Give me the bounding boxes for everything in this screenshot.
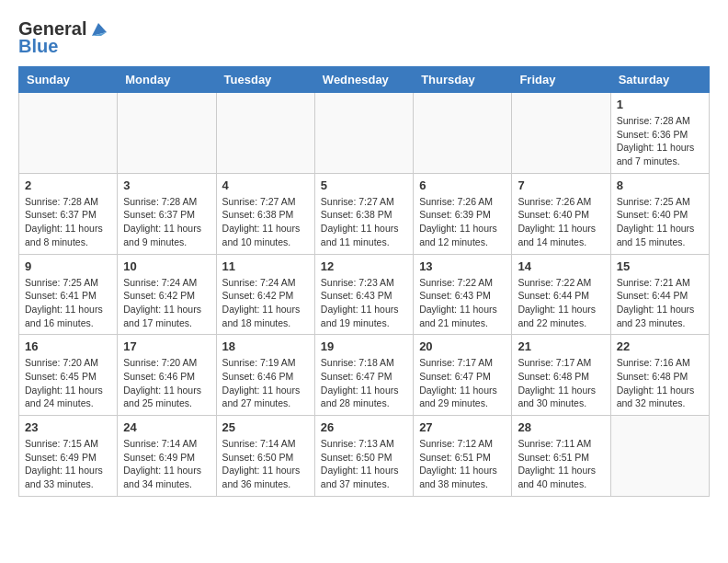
logo-blue: Blue: [18, 36, 58, 57]
calendar-day-header: Friday: [512, 67, 610, 93]
calendar-cell: 25Sunrise: 7:14 AMSunset: 6:50 PMDayligh…: [216, 416, 314, 497]
day-info: Sunrise: 7:22 AMSunset: 6:43 PMDaylight:…: [419, 276, 506, 330]
day-number: 27: [419, 420, 506, 434]
day-info: Sunrise: 7:27 AMSunset: 6:38 PMDaylight:…: [321, 195, 407, 249]
day-info: Sunrise: 7:26 AMSunset: 6:39 PMDaylight:…: [419, 195, 506, 249]
day-info: Sunrise: 7:14 AMSunset: 6:49 PMDaylight:…: [123, 437, 210, 491]
calendar-cell: 21Sunrise: 7:17 AMSunset: 6:48 PMDayligh…: [512, 335, 610, 416]
calendar-cell: 12Sunrise: 7:23 AMSunset: 6:43 PMDayligh…: [314, 254, 413, 335]
day-number: 11: [222, 259, 309, 273]
day-number: 7: [518, 178, 604, 192]
day-number: 2: [25, 178, 111, 192]
day-info: Sunrise: 7:22 AMSunset: 6:44 PMDaylight:…: [518, 276, 604, 330]
calendar-cell: 19Sunrise: 7:18 AMSunset: 6:47 PMDayligh…: [314, 335, 413, 416]
day-info: Sunrise: 7:26 AMSunset: 6:40 PMDaylight:…: [518, 195, 604, 249]
day-number: 18: [222, 339, 309, 353]
calendar-cell: 7Sunrise: 7:26 AMSunset: 6:40 PMDaylight…: [512, 173, 610, 254]
calendar-header-row: SundayMondayTuesdayWednesdayThursdayFrid…: [19, 67, 710, 93]
day-info: Sunrise: 7:19 AMSunset: 6:46 PMDaylight:…: [222, 356, 309, 410]
day-info: Sunrise: 7:28 AMSunset: 6:36 PMDaylight:…: [617, 114, 703, 168]
day-number: 23: [25, 420, 111, 434]
day-number: 3: [123, 178, 210, 192]
calendar-day-header: Thursday: [414, 67, 512, 93]
calendar-cell: 17Sunrise: 7:20 AMSunset: 6:46 PMDayligh…: [118, 335, 216, 416]
day-number: 22: [617, 339, 703, 353]
day-number: 14: [518, 259, 604, 273]
calendar-cell: 8Sunrise: 7:25 AMSunset: 6:40 PMDaylight…: [610, 173, 709, 254]
day-number: 19: [321, 339, 407, 353]
calendar-day-header: Sunday: [19, 67, 118, 93]
day-info: Sunrise: 7:13 AMSunset: 6:50 PMDaylight:…: [321, 437, 407, 491]
calendar-day-header: Saturday: [610, 67, 709, 93]
day-info: Sunrise: 7:17 AMSunset: 6:47 PMDaylight:…: [419, 356, 506, 410]
calendar-week-row: 1Sunrise: 7:28 AMSunset: 6:36 PMDaylight…: [19, 93, 710, 174]
day-info: Sunrise: 7:17 AMSunset: 6:48 PMDaylight:…: [518, 356, 604, 410]
day-number: 15: [617, 259, 703, 273]
logo: General Blue: [18, 18, 108, 57]
day-number: 8: [617, 178, 703, 192]
calendar-cell: 15Sunrise: 7:21 AMSunset: 6:44 PMDayligh…: [610, 254, 709, 335]
calendar-cell: 3Sunrise: 7:28 AMSunset: 6:37 PMDaylight…: [118, 173, 216, 254]
calendar-cell: 6Sunrise: 7:26 AMSunset: 6:39 PMDaylight…: [414, 173, 512, 254]
calendar-cell: 11Sunrise: 7:24 AMSunset: 6:42 PMDayligh…: [216, 254, 314, 335]
day-number: 26: [321, 420, 407, 434]
day-info: Sunrise: 7:14 AMSunset: 6:50 PMDaylight:…: [222, 437, 309, 491]
day-info: Sunrise: 7:20 AMSunset: 6:45 PMDaylight:…: [25, 356, 111, 410]
calendar-cell: 23Sunrise: 7:15 AMSunset: 6:49 PMDayligh…: [19, 416, 118, 497]
day-number: 21: [518, 339, 604, 353]
calendar-week-row: 16Sunrise: 7:20 AMSunset: 6:45 PMDayligh…: [19, 335, 710, 416]
calendar-cell: [118, 93, 216, 174]
day-info: Sunrise: 7:21 AMSunset: 6:44 PMDaylight:…: [617, 276, 703, 330]
calendar-cell: 10Sunrise: 7:24 AMSunset: 6:42 PMDayligh…: [118, 254, 216, 335]
calendar-week-row: 9Sunrise: 7:25 AMSunset: 6:41 PMDaylight…: [19, 254, 710, 335]
day-info: Sunrise: 7:20 AMSunset: 6:46 PMDaylight:…: [123, 356, 210, 410]
calendar-cell: 16Sunrise: 7:20 AMSunset: 6:45 PMDayligh…: [19, 335, 118, 416]
day-number: 20: [419, 339, 506, 353]
page-header: General Blue: [18, 18, 710, 57]
day-info: Sunrise: 7:11 AMSunset: 6:51 PMDaylight:…: [518, 437, 604, 491]
calendar-cell: 24Sunrise: 7:14 AMSunset: 6:49 PMDayligh…: [118, 416, 216, 497]
calendar-cell: [610, 416, 709, 497]
day-info: Sunrise: 7:24 AMSunset: 6:42 PMDaylight:…: [222, 276, 309, 330]
day-number: 4: [222, 178, 309, 192]
calendar-day-header: Tuesday: [216, 67, 314, 93]
calendar-cell: 13Sunrise: 7:22 AMSunset: 6:43 PMDayligh…: [414, 254, 512, 335]
day-number: 6: [419, 178, 506, 192]
calendar-cell: 26Sunrise: 7:13 AMSunset: 6:50 PMDayligh…: [314, 416, 413, 497]
calendar-cell: 1Sunrise: 7:28 AMSunset: 6:36 PMDaylight…: [610, 93, 709, 174]
calendar-week-row: 23Sunrise: 7:15 AMSunset: 6:49 PMDayligh…: [19, 416, 710, 497]
calendar-cell: 2Sunrise: 7:28 AMSunset: 6:37 PMDaylight…: [19, 173, 118, 254]
calendar-cell: 28Sunrise: 7:11 AMSunset: 6:51 PMDayligh…: [512, 416, 610, 497]
calendar-cell: [216, 93, 314, 174]
calendar-table: SundayMondayTuesdayWednesdayThursdayFrid…: [18, 66, 710, 497]
calendar-cell: 5Sunrise: 7:27 AMSunset: 6:38 PMDaylight…: [314, 173, 413, 254]
calendar-cell: 20Sunrise: 7:17 AMSunset: 6:47 PMDayligh…: [414, 335, 512, 416]
logo-icon: [88, 19, 108, 40]
calendar-cell: 22Sunrise: 7:16 AMSunset: 6:48 PMDayligh…: [610, 335, 709, 416]
day-number: 24: [123, 420, 210, 434]
calendar-cell: 18Sunrise: 7:19 AMSunset: 6:46 PMDayligh…: [216, 335, 314, 416]
day-number: 12: [321, 259, 407, 273]
calendar-cell: 14Sunrise: 7:22 AMSunset: 6:44 PMDayligh…: [512, 254, 610, 335]
calendar-cell: 27Sunrise: 7:12 AMSunset: 6:51 PMDayligh…: [414, 416, 512, 497]
day-number: 5: [321, 178, 407, 192]
day-number: 1: [617, 98, 703, 111]
day-info: Sunrise: 7:24 AMSunset: 6:42 PMDaylight:…: [123, 276, 210, 330]
svg-marker-0: [92, 23, 107, 36]
day-number: 16: [25, 339, 111, 353]
day-number: 17: [123, 339, 210, 353]
day-info: Sunrise: 7:23 AMSunset: 6:43 PMDaylight:…: [321, 276, 407, 330]
day-number: 25: [222, 420, 309, 434]
calendar-day-header: Wednesday: [314, 67, 413, 93]
day-info: Sunrise: 7:18 AMSunset: 6:47 PMDaylight:…: [321, 356, 407, 410]
day-number: 13: [419, 259, 506, 273]
calendar-cell: [414, 93, 512, 174]
day-info: Sunrise: 7:28 AMSunset: 6:37 PMDaylight:…: [25, 195, 111, 249]
day-info: Sunrise: 7:16 AMSunset: 6:48 PMDaylight:…: [617, 356, 703, 410]
calendar-cell: [314, 93, 413, 174]
day-info: Sunrise: 7:25 AMSunset: 6:41 PMDaylight:…: [25, 276, 111, 330]
day-number: 9: [25, 259, 111, 273]
day-number: 10: [123, 259, 210, 273]
day-info: Sunrise: 7:27 AMSunset: 6:38 PMDaylight:…: [222, 195, 309, 249]
calendar-cell: 9Sunrise: 7:25 AMSunset: 6:41 PMDaylight…: [19, 254, 118, 335]
